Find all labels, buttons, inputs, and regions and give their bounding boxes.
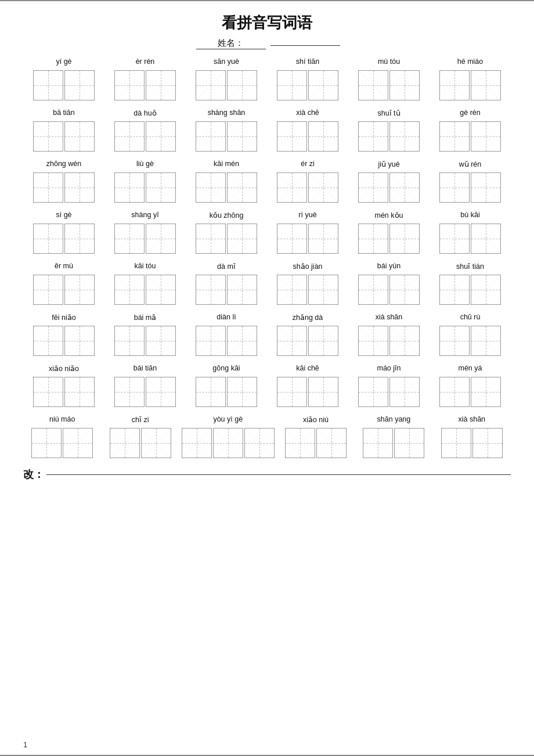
char-box-3-3-0 (277, 224, 307, 254)
char-boxes-5-3 (277, 326, 338, 356)
word-item-3-2: kǒu zhōng (186, 208, 267, 257)
char-box-7-2-0 (182, 428, 212, 458)
char-box-6-3-0 (277, 377, 307, 407)
word-item-1-4: shuǐ tǔ (348, 106, 430, 155)
char-box-6-5-0 (439, 377, 470, 407)
char-box-4-5-0 (439, 275, 470, 305)
pinyin-6-4: máo jīn (377, 364, 401, 375)
pinyin-3-0: sì gè (56, 211, 71, 221)
char-box-2-2-0 (196, 172, 226, 203)
char-box-3-0-1 (64, 224, 95, 254)
char-box-6-0-1 (64, 377, 95, 407)
char-boxes-4-0 (33, 275, 95, 305)
word-item-7-2: yòu yì gè (179, 413, 277, 462)
char-boxes-7-5 (441, 428, 503, 458)
word-item-6-2: gōng kāi (186, 362, 267, 411)
svg-line-167 (471, 377, 500, 406)
svg-line-159 (309, 377, 338, 406)
pinyin-3-5: bù kāi (460, 211, 479, 221)
char-box-7-4-0 (363, 428, 393, 458)
char-box-5-5-1 (471, 326, 501, 356)
char-box-5-2-0 (196, 326, 226, 356)
char-box-2-3-1 (308, 172, 338, 203)
svg-line-69 (440, 173, 469, 202)
word-item-4-0: ěr mù (23, 260, 104, 308)
name-underline (270, 45, 340, 46)
svg-line-173 (110, 429, 139, 458)
svg-line-57 (196, 173, 225, 202)
svg-line-81 (196, 224, 225, 253)
pinyin-1-3: xià chē (296, 109, 319, 119)
pinyin-2-2: kāi mén (214, 160, 239, 170)
rows-container: yí gè èr rén sān yuè (23, 55, 511, 462)
char-boxes-0-3 (277, 70, 338, 100)
svg-line-21 (440, 71, 469, 100)
pinyin-0-4: mù tóu (378, 57, 400, 68)
char-boxes-2-2 (196, 172, 257, 203)
svg-line-177 (182, 429, 211, 458)
svg-line-95 (471, 224, 500, 253)
char-box-4-1-1 (146, 275, 176, 305)
svg-line-3 (65, 71, 94, 100)
char-box-1-2-1 (227, 121, 257, 152)
word-item-6-1: bái tiān (104, 362, 186, 411)
char-boxes-2-1 (114, 172, 176, 203)
svg-line-33 (196, 122, 225, 151)
char-boxes-7-0 (31, 428, 93, 458)
svg-line-169 (32, 429, 61, 458)
word-item-2-2: kāi mén (186, 157, 267, 206)
svg-line-181 (245, 429, 274, 458)
char-boxes-4-1 (114, 275, 176, 305)
char-box-2-0-0 (33, 172, 63, 203)
char-box-4-2-0 (196, 275, 226, 305)
svg-line-153 (196, 377, 225, 406)
char-box-6-4-1 (389, 377, 420, 407)
word-item-6-4: máo jīn (348, 362, 430, 411)
char-box-5-1-0 (114, 326, 145, 356)
char-box-7-0-0 (31, 428, 62, 458)
word-item-0-2: sān yuè (186, 55, 267, 104)
svg-line-53 (115, 173, 144, 202)
svg-line-133 (277, 326, 306, 355)
svg-line-59 (228, 173, 257, 202)
char-boxes-5-0 (33, 326, 95, 356)
char-boxes-1-5 (439, 121, 501, 152)
svg-line-51 (65, 173, 94, 202)
svg-line-187 (363, 429, 392, 458)
pinyin-5-3: zhǎng dà (293, 313, 323, 323)
char-box-0-2-0 (196, 70, 226, 100)
char-box-6-0-0 (33, 377, 63, 407)
char-box-5-0-0 (33, 326, 63, 356)
char-boxes-7-1 (110, 428, 171, 458)
char-box-7-3-1 (316, 428, 347, 458)
char-boxes-5-2 (196, 326, 257, 356)
svg-line-31 (146, 122, 175, 151)
pinyin-7-5: xià shān (459, 415, 486, 426)
svg-line-131 (228, 326, 257, 355)
char-boxes-3-1 (114, 224, 176, 254)
pinyin-1-4: shuǐ tǔ (377, 109, 400, 119)
word-item-7-5: xià shān (433, 413, 511, 462)
svg-line-99 (65, 275, 94, 304)
pinyin-6-2: gōng kāi (212, 364, 240, 375)
char-box-5-3-0 (277, 326, 307, 356)
char-box-0-0-1 (64, 70, 95, 100)
svg-line-113 (359, 275, 388, 304)
word-item-2-3: ér zi (267, 157, 348, 206)
svg-line-135 (309, 326, 338, 355)
svg-line-13 (277, 71, 306, 100)
char-box-7-2-2 (244, 428, 275, 458)
char-box-0-3-1 (308, 70, 338, 100)
svg-line-101 (115, 275, 144, 304)
char-box-1-0-0 (33, 121, 63, 152)
word-item-0-5: hé miáo (430, 55, 511, 104)
svg-line-75 (65, 224, 94, 253)
page-number: 1 (23, 740, 27, 749)
svg-line-185 (317, 429, 346, 458)
char-boxes-1-3 (277, 121, 338, 152)
char-box-4-1-0 (114, 275, 145, 305)
char-box-3-5-0 (439, 224, 470, 254)
svg-line-111 (309, 275, 338, 304)
pinyin-4-1: kāi tóu (135, 262, 156, 272)
char-boxes-3-0 (33, 224, 95, 254)
